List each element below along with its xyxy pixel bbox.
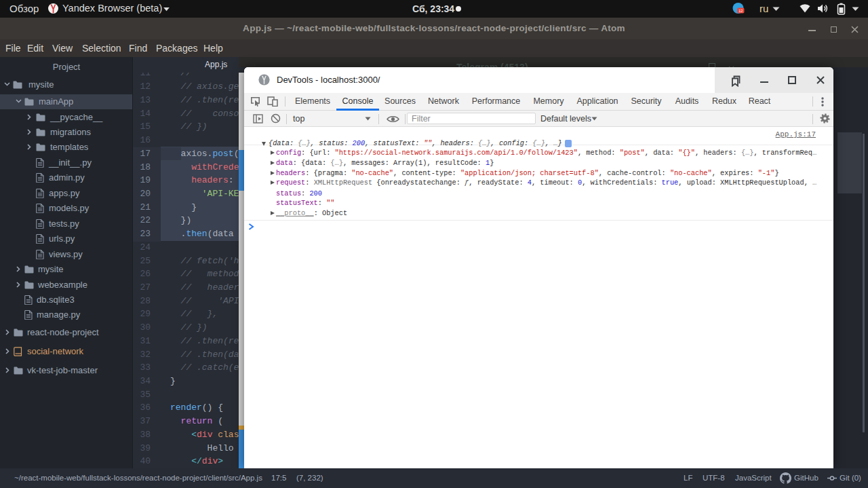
svg-text:12: 12 <box>738 9 743 13</box>
